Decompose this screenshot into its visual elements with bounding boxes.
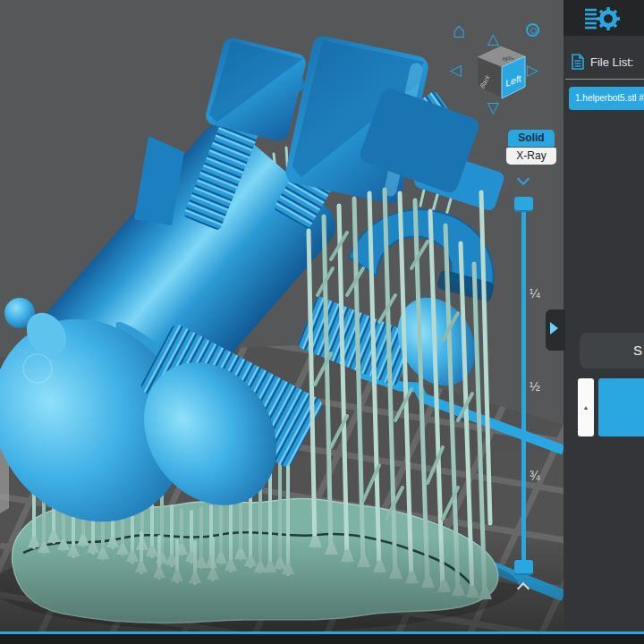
quantity-stepper[interactable]: ▲: [578, 378, 594, 436]
panel-expand-tab[interactable]: [546, 309, 565, 351]
solid-view-button[interactable]: Solid: [508, 130, 555, 147]
slice-action-button[interactable]: S: [580, 333, 644, 369]
file-list-header: File List:: [571, 54, 644, 72]
vignette: [0, 537, 564, 631]
slider-mark-quarter: ¼: [530, 286, 540, 301]
file-list-label: File List:: [590, 55, 633, 69]
slider-mark-three-quarter: ¾: [530, 469, 540, 483]
panel-header: [564, 0, 644, 36]
slice-slider-handle-top[interactable]: [514, 197, 533, 212]
home-view-icon[interactable]: ⌂: [453, 18, 466, 43]
right-panel: File List: 1.helperbot5.stl # S ▲: [564, 0, 644, 631]
slice-slider-handle-bottom[interactable]: [514, 560, 533, 575]
app-window: ⌂ △ ◁ ▷ ▽ Top Back Left Solid X-Ray ¼ ½ …: [0, 0, 644, 644]
xray-view-button[interactable]: X-Ray: [506, 148, 556, 165]
divider: [565, 79, 644, 80]
slider-mark-half: ½: [530, 379, 540, 394]
model-color-swatch[interactable]: [598, 378, 644, 436]
rotate-left-arrow-icon[interactable]: ◁: [450, 61, 462, 80]
settings-gear-icon[interactable]: [581, 4, 626, 34]
eye-perspective-icon[interactable]: [526, 23, 539, 37]
file-list-item[interactable]: 1.helperbot5.stl #: [569, 87, 644, 110]
bottom-status-bar: [0, 634, 644, 644]
view-cube[interactable]: Top Back Left: [474, 45, 530, 102]
document-icon: [571, 54, 585, 70]
slice-slider-track[interactable]: [521, 211, 526, 562]
